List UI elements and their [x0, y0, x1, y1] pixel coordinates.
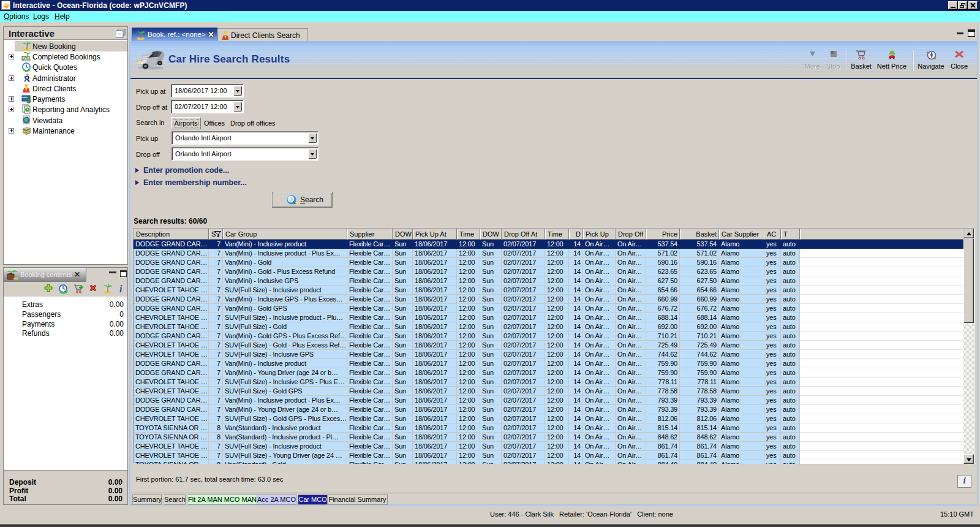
svg-text:$: $	[27, 96, 31, 104]
